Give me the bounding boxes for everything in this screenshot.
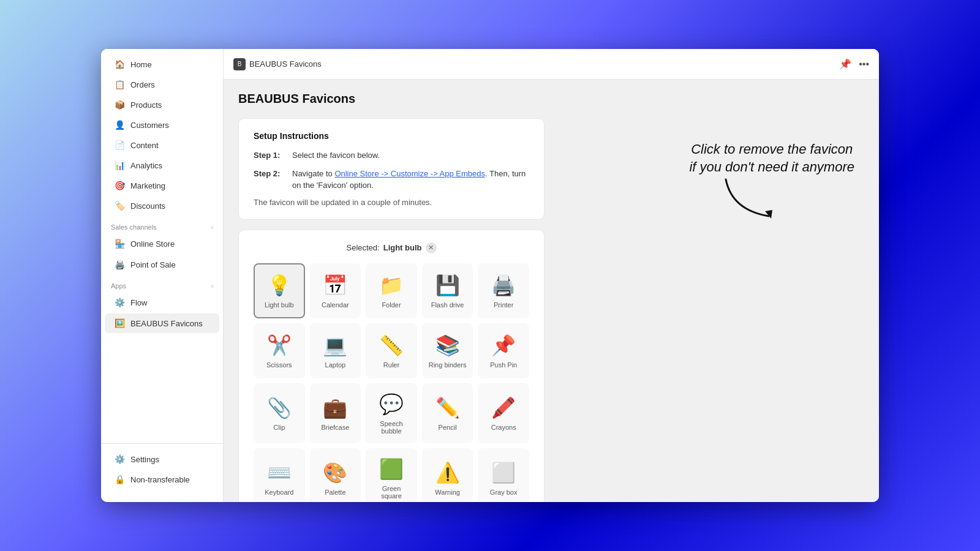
lock-icon: 🔒 <box>115 474 124 484</box>
icon-cell-keyboard[interactable]: ⌨️ Keyboard <box>254 448 305 503</box>
sidebar-item-orders[interactable]: 📋 Orders <box>105 75 219 94</box>
icon-emoji-laptop: 💻 <box>323 333 347 358</box>
sidebar-item-label: Home <box>130 60 152 69</box>
icon-label-flash-drive: Flash drive <box>431 301 464 309</box>
setup-note: The favicon will be updated in a couple … <box>254 198 529 207</box>
step-2-content: Navigate to Online Store -> Customize ->… <box>292 168 529 192</box>
sidebar-item-point-of-sale[interactable]: 🖨️ Point of Sale <box>105 255 219 274</box>
flow-icon: ⚙️ <box>115 298 124 307</box>
icon-emoji-calendar: 📅 <box>323 273 347 298</box>
selected-row: Selected: Light bulb ✕ <box>254 242 529 253</box>
breadcrumb: B BEAUBUS Favicons <box>233 58 322 70</box>
icon-cell-green-square[interactable]: 🟩 Green square <box>366 448 417 503</box>
sidebar-item-label: Point of Sale <box>130 260 176 269</box>
online-store-icon: 🏪 <box>115 239 124 249</box>
annotation-line2: if you don't need it anymore <box>689 159 854 176</box>
sidebar-item-label: Flow <box>130 298 147 307</box>
apps-section: Apps › <box>101 275 223 292</box>
icon-cell-scissors[interactable]: ✂️ Scissors <box>254 323 305 378</box>
sidebar-item-beaubus-favicons[interactable]: 🖼️ BEAUBUS Favicons <box>105 313 219 333</box>
sidebar-item-label: Online Store <box>130 239 175 249</box>
sidebar-item-settings[interactable]: ⚙️ Settings <box>105 449 219 469</box>
icon-label-light-bulb: Light bulb <box>265 301 294 309</box>
more-button[interactable]: ••• <box>859 59 869 70</box>
icon-cell-crayons[interactable]: 🖍️ Crayons <box>478 383 529 443</box>
content-area: BEAUBUS Favicons Setup Instructions Step… <box>224 80 879 502</box>
sidebar-item-content[interactable]: 📄 Content <box>105 135 219 155</box>
icon-label-gray-box: Gray box <box>490 489 518 496</box>
icon-emoji-scissors: ✂️ <box>267 333 292 358</box>
icon-emoji-light-bulb: 💡 <box>267 273 292 298</box>
icon-label-scissors: Scissors <box>266 361 292 369</box>
icon-cell-printer[interactable]: 🖨️ Printer <box>478 263 529 318</box>
sidebar-item-label: Discounts <box>130 201 165 211</box>
icon-grid: 💡 Light bulb 📅 Calendar 📁 Folder 💾 Flash… <box>254 263 529 503</box>
step-1-row: Step 1: Select the favicon below. <box>254 149 529 162</box>
icon-label-crayons: Crayons <box>491 424 516 431</box>
icon-cell-gray-box[interactable]: ⬜ Gray box <box>478 448 529 503</box>
icon-cell-speech-bubble[interactable]: 💬 Speech bubble <box>366 383 417 443</box>
top-bar: B BEAUBUS Favicons 📌 ••• <box>224 49 879 80</box>
icon-cell-warning[interactable]: ⚠️ Warning <box>422 448 473 503</box>
step-1-label: Step 1: <box>254 149 287 162</box>
icon-emoji-keyboard: ⌨️ <box>267 460 292 485</box>
icon-emoji-briefcase: 💼 <box>323 395 347 420</box>
icon-label-printer: Printer <box>494 301 513 309</box>
icon-cell-palette[interactable]: 🎨 Palette <box>310 448 361 503</box>
sales-channels-section: Sales channels › <box>101 216 223 233</box>
icon-cell-clip[interactable]: 📎 Clip <box>254 383 305 443</box>
icon-label-push-pin: Push Pin <box>490 361 517 369</box>
sidebar-item-home[interactable]: 🏠 Home <box>105 54 219 74</box>
sidebar: 🏠 Home 📋 Orders 📦 Products 👤 Customers 📄… <box>101 49 224 502</box>
selected-value: Light bulb <box>383 243 422 252</box>
setup-card-title: Setup Instructions <box>254 131 529 141</box>
icon-emoji-pencil: ✏️ <box>435 395 460 420</box>
sidebar-item-products[interactable]: 📦 Products <box>105 95 219 114</box>
icon-emoji-speech-bubble: 💬 <box>379 392 404 416</box>
sidebar-item-marketing[interactable]: 🎯 Marketing <box>105 176 219 195</box>
sidebar-item-non-transferable[interactable]: 🔒 Non-transferable <box>105 470 219 489</box>
icon-cell-flash-drive[interactable]: 💾 Flash drive <box>422 263 473 318</box>
icon-emoji-ruler: 📏 <box>379 333 404 358</box>
icon-label-ring-binders: Ring binders <box>429 361 467 369</box>
products-icon: 📦 <box>115 100 124 110</box>
icon-cell-calendar[interactable]: 📅 Calendar <box>310 263 361 318</box>
orders-icon: 📋 <box>115 80 124 89</box>
icon-emoji-palette: 🎨 <box>323 460 347 485</box>
icon-cell-folder[interactable]: 📁 Folder <box>366 263 417 318</box>
expand-icon: › <box>211 224 213 231</box>
app-icon: B <box>233 58 246 70</box>
sidebar-item-analytics[interactable]: 📊 Analytics <box>105 156 219 175</box>
icon-cell-briefcase[interactable]: 💼 Briefcase <box>310 383 361 443</box>
icon-cell-push-pin[interactable]: 📌 Push Pin <box>478 323 529 378</box>
icon-emoji-clip: 📎 <box>267 395 292 420</box>
apps-expand-icon: › <box>211 283 213 290</box>
icon-label-ruler: Ruler <box>383 361 399 369</box>
sidebar-item-customers[interactable]: 👤 Customers <box>105 115 219 135</box>
icon-cell-pencil[interactable]: ✏️ Pencil <box>422 383 473 443</box>
sidebar-item-flow[interactable]: ⚙️ Flow <box>105 293 219 312</box>
step-2-row: Step 2: Navigate to Online Store -> Cust… <box>254 168 529 192</box>
step-2-link[interactable]: Online Store -> Customize -> App Embeds <box>334 169 485 178</box>
sidebar-item-online-store[interactable]: 🏪 Online Store <box>105 234 219 253</box>
icon-label-briefcase: Briefcase <box>321 424 349 431</box>
settings-icon: ⚙️ <box>115 454 124 464</box>
icon-cell-ruler[interactable]: 📏 Ruler <box>366 323 417 378</box>
icon-cell-light-bulb[interactable]: 💡 Light bulb <box>254 263 305 318</box>
app-window: 🏠 Home 📋 Orders 📦 Products 👤 Customers 📄… <box>101 49 879 502</box>
main-content: B BEAUBUS Favicons 📌 ••• BEAUBUS Favicon… <box>224 49 879 502</box>
icon-cell-ring-binders[interactable]: 📚 Ring binders <box>422 323 473 378</box>
annotation-overlay: Click to remove the favicon if you don't… <box>689 141 854 176</box>
icon-cell-laptop[interactable]: 💻 Laptop <box>310 323 361 378</box>
sidebar-item-discounts[interactable]: 🏷️ Discounts <box>105 196 219 216</box>
icon-emoji-gray-box: ⬜ <box>491 460 516 485</box>
pin-button[interactable]: 📌 <box>839 58 851 70</box>
breadcrumb-text: BEAUBUS Favicons <box>249 59 322 69</box>
remove-favicon-button[interactable]: ✕ <box>426 242 437 253</box>
icon-label-keyboard: Keyboard <box>265 489 293 496</box>
icon-label-laptop: Laptop <box>325 361 346 369</box>
sidebar-item-label: Settings <box>130 455 159 464</box>
icon-emoji-flash-drive: 💾 <box>435 273 460 298</box>
sidebar-item-label: Content <box>130 141 159 150</box>
annotation-arrow <box>720 173 793 225</box>
